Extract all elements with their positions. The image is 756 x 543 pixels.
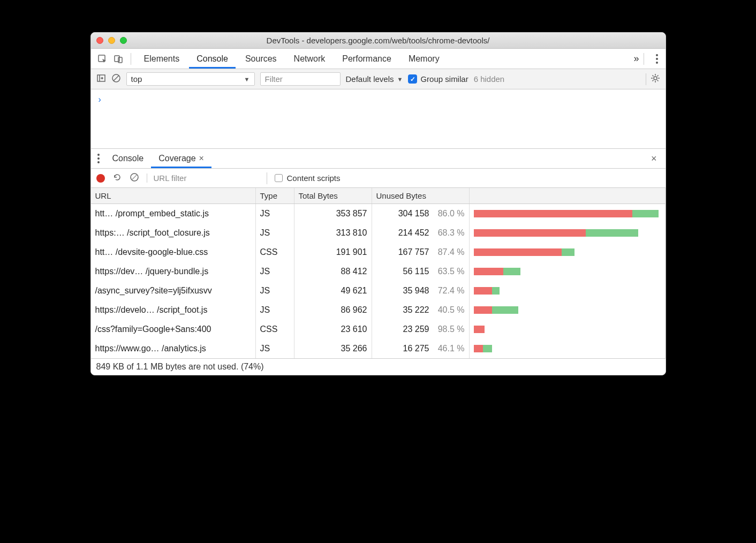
close-tab-icon[interactable]: × xyxy=(199,154,204,163)
clear-console-icon[interactable] xyxy=(111,73,121,85)
cell-unused: 16 27546.1 % xyxy=(372,339,470,358)
titlebar: DevTools - developers.google.com/web/too… xyxy=(91,33,666,49)
cell-url: /css?family=Google+Sans:400 xyxy=(91,320,256,339)
close-drawer-icon[interactable]: × xyxy=(647,153,661,164)
cell-total: 353 857 xyxy=(294,204,372,223)
settings-menu-icon[interactable] xyxy=(653,54,661,64)
col-url[interactable]: URL xyxy=(91,188,256,203)
coverage-summary: 849 KB of 1.1 MB bytes are not used. (74… xyxy=(91,358,666,375)
cell-unused: 35 22240.5 % xyxy=(372,300,470,320)
content-scripts-toggle[interactable]: Content scripts xyxy=(275,174,341,183)
coverage-row[interactable]: /css?family=Google+Sans:400CSS23 61023 2… xyxy=(91,320,666,339)
tab-console[interactable]: Console xyxy=(189,49,236,69)
tab-elements[interactable]: Elements xyxy=(137,49,187,69)
col-type[interactable]: Type xyxy=(256,188,294,203)
cell-type: CSS xyxy=(256,243,294,262)
cell-type: JS xyxy=(256,300,294,320)
coverage-row[interactable]: https://develo… /script_foot.jsJS86 9623… xyxy=(91,300,666,320)
tab-performance[interactable]: Performance xyxy=(335,49,399,69)
coverage-row[interactable]: https:… /script_foot_closure.jsJS313 810… xyxy=(91,223,666,243)
url-filter-input[interactable]: URL filter xyxy=(147,174,259,183)
checkbox-checked-icon: ✓ xyxy=(408,74,417,84)
cell-bar xyxy=(470,339,666,358)
drawer-tab-console[interactable]: Console xyxy=(105,149,152,168)
cell-url: htt… /prompt_embed_static.js xyxy=(91,204,256,223)
cell-total: 88 412 xyxy=(294,262,372,281)
coverage-row[interactable]: https://dev… /jquery-bundle.jsJS88 41256… xyxy=(91,262,666,281)
coverage-row[interactable]: htt… /prompt_embed_static.jsJS353 857304… xyxy=(91,204,666,223)
divider xyxy=(267,172,267,184)
divider xyxy=(646,73,646,85)
svg-point-5 xyxy=(654,77,657,80)
tab-sources[interactable]: Sources xyxy=(238,49,284,69)
console-toolbar: top ▼ Filter Default levels ▼ ✓ Group si… xyxy=(91,69,666,89)
drawer-tabstrip: Console Coverage × × xyxy=(91,148,666,169)
col-unused[interactable]: Unused Bytes xyxy=(372,188,470,203)
coverage-row[interactable]: /async_survey?site=ylj5ifxusvvJS49 62135… xyxy=(91,281,666,300)
cell-total: 23 610 xyxy=(294,320,372,339)
divider xyxy=(644,53,644,65)
show-console-sidebar-icon[interactable] xyxy=(96,73,106,85)
filter-placeholder: Filter xyxy=(265,74,283,84)
cell-bar xyxy=(470,300,666,320)
cell-total: 49 621 xyxy=(294,281,372,300)
coverage-toolbar: URL filter Content scripts xyxy=(91,169,666,188)
record-button[interactable] xyxy=(96,174,105,183)
cell-type: JS xyxy=(256,339,294,358)
coverage-table-header: URL Type Total Bytes Unused Bytes xyxy=(91,188,666,204)
window-title: DevTools - developers.google.com/web/too… xyxy=(91,36,666,45)
traffic-lights xyxy=(96,37,127,44)
cell-url: https://dev… /jquery-bundle.js xyxy=(91,262,256,281)
more-tabs-icon[interactable]: » xyxy=(633,53,634,64)
cell-type: JS xyxy=(256,204,294,223)
group-similar-toggle[interactable]: ✓ Group similar xyxy=(408,74,468,84)
zoom-window-button[interactable] xyxy=(120,37,127,44)
tab-memory[interactable]: Memory xyxy=(401,49,447,69)
console-body[interactable]: › xyxy=(91,89,666,148)
cell-bar xyxy=(470,262,666,281)
toggle-device-icon[interactable] xyxy=(111,52,125,66)
cell-bar xyxy=(470,204,666,223)
cell-url: https:… /script_foot_closure.js xyxy=(91,223,256,243)
console-settings-icon[interactable] xyxy=(651,73,660,85)
cell-type: JS xyxy=(256,281,294,300)
drawer-tab-coverage[interactable]: Coverage × xyxy=(151,149,211,168)
cell-bar xyxy=(470,243,666,262)
checkbox-unchecked-icon xyxy=(275,174,283,182)
context-value: top xyxy=(131,74,142,84)
console-prompt-icon: › xyxy=(99,95,101,104)
cell-bar xyxy=(470,223,666,243)
cell-type: JS xyxy=(256,223,294,243)
clear-coverage-icon[interactable] xyxy=(130,172,139,184)
divider xyxy=(131,53,131,65)
dropdown-icon: ▼ xyxy=(244,76,250,82)
coverage-row[interactable]: htt… /devsite-google-blue.cssCSS191 9011… xyxy=(91,243,666,262)
cell-unused: 35 94872.4 % xyxy=(372,281,470,300)
cell-bar xyxy=(470,320,666,339)
cell-bar xyxy=(470,281,666,300)
hidden-messages-count[interactable]: 6 hidden xyxy=(474,74,505,84)
cell-unused: 56 11563.5 % xyxy=(372,262,470,281)
cell-total: 191 901 xyxy=(294,243,372,262)
cell-total: 86 962 xyxy=(294,300,372,320)
col-visualization[interactable] xyxy=(470,188,666,203)
drawer-menu-icon[interactable] xyxy=(95,154,105,163)
cell-url: https://develo… /script_foot.js xyxy=(91,300,256,320)
log-levels-select[interactable]: Default levels ▼ xyxy=(346,74,403,84)
console-filter-input[interactable]: Filter xyxy=(260,72,341,86)
tab-network[interactable]: Network xyxy=(286,49,333,69)
execution-context-select[interactable]: top ▼ xyxy=(126,72,255,86)
cell-unused: 23 25998.5 % xyxy=(372,320,470,339)
close-window-button[interactable] xyxy=(96,37,103,44)
cell-total: 35 266 xyxy=(294,339,372,358)
minimize-window-button[interactable] xyxy=(108,37,115,44)
devtools-window: DevTools - developers.google.com/web/too… xyxy=(90,32,666,375)
reload-icon[interactable] xyxy=(112,172,122,184)
coverage-table-body: htt… /prompt_embed_static.jsJS353 857304… xyxy=(91,204,666,358)
cell-unused: 167 75787.4 % xyxy=(372,243,470,262)
cell-type: CSS xyxy=(256,320,294,339)
cell-url: htt… /devsite-google-blue.css xyxy=(91,243,256,262)
inspect-element-icon[interactable] xyxy=(95,52,109,66)
col-total[interactable]: Total Bytes xyxy=(294,188,372,203)
coverage-row[interactable]: https://www.go… /analytics.jsJS35 26616 … xyxy=(91,339,666,358)
